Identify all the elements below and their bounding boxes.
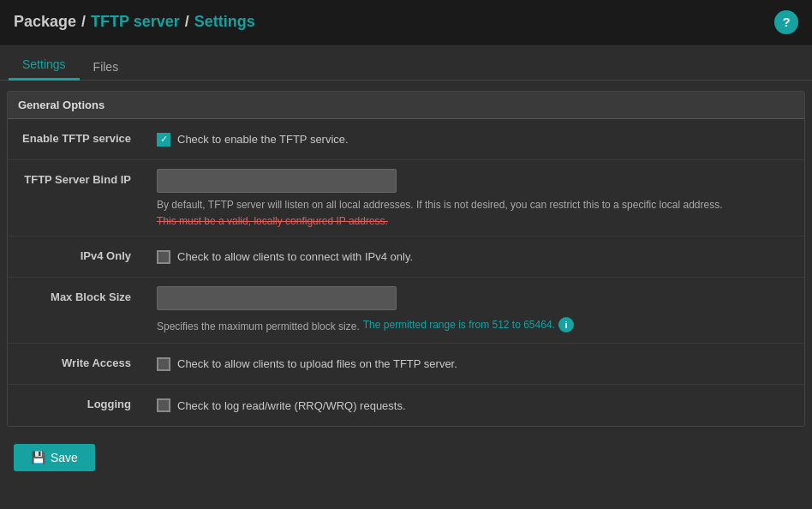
tab-settings[interactable]: Settings xyxy=(9,49,80,81)
input-max-block-size[interactable] xyxy=(157,286,397,310)
label-enable-tftp: Enable TFTP service xyxy=(8,119,145,159)
help-button[interactable]: ? xyxy=(774,10,798,34)
checkbox-logging[interactable] xyxy=(157,398,170,412)
label-max-block-size: Max Block Size xyxy=(8,278,145,343)
checkmark-enable-tftp: ✓ xyxy=(160,135,168,144)
row-enable-tftp: Enable TFTP service ✓ Check to enable th… xyxy=(8,119,804,160)
save-button-area: 💾 Save xyxy=(0,437,812,485)
breadcrumb-sep2: / xyxy=(185,13,189,31)
general-options-section: General Options Enable TFTP service ✓ Ch… xyxy=(7,91,805,427)
row-logging: Logging Check to log read/write (RRQ/WRQ… xyxy=(8,385,804,426)
control-logging: Check to log read/write (RRQ/WRQ) reques… xyxy=(145,385,804,426)
desc-enable-tftp: Check to enable the TFTP service. xyxy=(177,133,349,146)
app-header: Package / TFTP server / Settings ? xyxy=(0,0,812,45)
section-title: General Options xyxy=(8,92,804,119)
label-write-access: Write Access xyxy=(8,344,145,384)
control-max-block-size: Specifies the maximum permitted block si… xyxy=(145,278,804,343)
breadcrumb: Package / TFTP server / Settings xyxy=(14,13,255,31)
desc-logging: Check to log read/write (RRQ/WRQ) reques… xyxy=(177,399,406,412)
desc-write-access: Check to allow clients to upload files o… xyxy=(177,357,457,370)
checkbox-write-access[interactable] xyxy=(157,357,170,371)
control-enable-tftp: ✓ Check to enable the TFTP service. xyxy=(145,119,804,159)
tabs-bar: Settings Files xyxy=(0,45,812,81)
label-bind-ip: TFTP Server Bind IP xyxy=(8,160,145,236)
input-bind-ip[interactable] xyxy=(157,169,397,193)
control-ipv4-only: Check to allow clients to connect with I… xyxy=(145,237,804,277)
desc-bind-ip: By default, TFTP server will listen on a… xyxy=(157,197,792,213)
save-button[interactable]: 💾 Save xyxy=(14,444,95,471)
row-bind-ip: TFTP Server Bind IP By default, TFTP ser… xyxy=(8,160,804,237)
info-icon-max-block-size[interactable]: i xyxy=(558,317,574,332)
breadcrumb-sep1: / xyxy=(81,13,86,31)
control-write-access: Check to allow clients to upload files o… xyxy=(145,344,804,384)
hint-max-block-size: The permitted range is from 512 to 65464… xyxy=(363,319,555,331)
checkbox-enable-tftp[interactable]: ✓ xyxy=(157,133,170,147)
row-write-access: Write Access Check to allow clients to u… xyxy=(8,344,804,385)
label-ipv4-only: IPv4 Only xyxy=(8,237,145,277)
desc-max-block-size: Specifies the maximum permitted block si… xyxy=(157,319,360,334)
error-bind-ip: This must be a valid, locally configured… xyxy=(157,215,792,227)
breadcrumb-package: Package xyxy=(14,13,76,31)
save-icon: 💾 xyxy=(31,451,45,464)
main-content: General Options Enable TFTP service ✓ Ch… xyxy=(0,81,812,495)
tab-files[interactable]: Files xyxy=(80,51,133,81)
checkbox-ipv4-only[interactable] xyxy=(157,250,170,264)
label-logging: Logging xyxy=(8,385,145,426)
save-label: Save xyxy=(51,451,78,464)
row-max-block-size: Max Block Size Specifies the maximum per… xyxy=(8,278,804,344)
desc-ipv4-only: Check to allow clients to connect with I… xyxy=(177,250,413,263)
breadcrumb-settings[interactable]: Settings xyxy=(194,13,255,31)
breadcrumb-tftp-server[interactable]: TFTP server xyxy=(91,13,180,31)
row-ipv4-only: IPv4 Only Check to allow clients to conn… xyxy=(8,237,804,278)
control-bind-ip: By default, TFTP server will listen on a… xyxy=(145,160,804,236)
